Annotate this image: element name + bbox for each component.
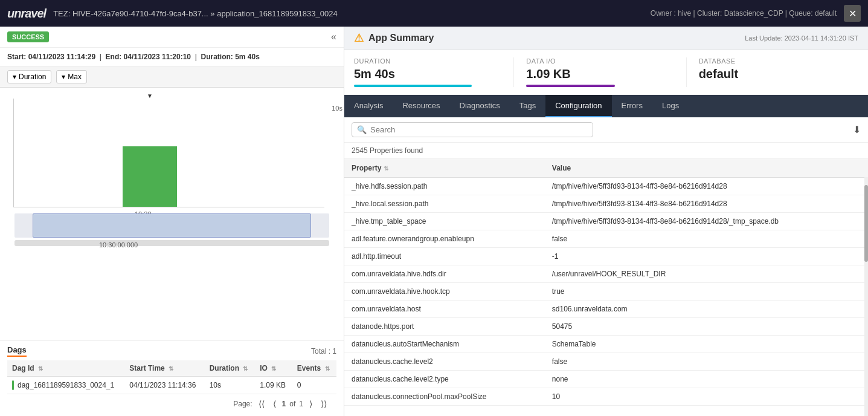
- last-page-button[interactable]: ⟩⟩: [318, 398, 329, 410]
- dags-header: Dags Total : 1: [7, 345, 336, 357]
- chart-y-label: 10s: [332, 105, 342, 112]
- tabs-row: AnalysisResourcesDiagnosticsTagsConfigur…: [344, 95, 868, 117]
- metric-label-2: DATABASE: [699, 57, 846, 65]
- logo: unravel: [7, 7, 46, 21]
- duration-controls: ▾ Duration ▾ Max: [0, 67, 344, 88]
- dag-io: 1.09 KB: [255, 377, 292, 394]
- page-label: Page:: [233, 400, 252, 408]
- list-item[interactable]: _hive.hdfs.session.path /tmp/hive/hive/5…: [344, 178, 868, 195]
- dag-indicator: [12, 380, 14, 390]
- list-item[interactable]: _hive.local.session.path /tmp/hive/hive/…: [344, 195, 868, 213]
- metric-card-2: DATABASE default: [699, 57, 858, 87]
- left-panel-header: SUCCESS «: [0, 27, 344, 48]
- metric-card-0: DURATION 5m 40s: [354, 57, 514, 87]
- list-item[interactable]: com.unraveldata.host sd106.unraveldata.c…: [344, 301, 868, 318]
- tab-errors[interactable]: Errors: [612, 95, 652, 117]
- total-pages: 1: [299, 400, 303, 408]
- col-dag-id: Dag Id ⇅: [7, 360, 124, 377]
- list-item[interactable]: adl.feature.ownerandgroup.enableupn fals…: [344, 230, 868, 248]
- metric-card-1: DATA I/O 1.09 KB: [526, 57, 686, 87]
- tab-configuration[interactable]: Configuration: [545, 95, 611, 117]
- prop-value-11: none: [545, 371, 868, 388]
- col-duration: Duration ⇅: [205, 360, 256, 377]
- prop-value-2: /tmp/hive/hive/5ff3fd93-8134-4ff3-8e84-b…: [545, 213, 868, 230]
- metric-value-2: default: [699, 67, 846, 81]
- metric-bar-0: [354, 85, 472, 87]
- chart-marker: ▼: [147, 93, 153, 99]
- prop-name-11: datanucleus.cache.level2.type: [344, 371, 545, 388]
- table-row[interactable]: dag_1681189591833_0024_1 04/11/2023 11:1…: [7, 377, 336, 394]
- current-page: 1: [282, 400, 286, 408]
- scrollbar-track: [864, 159, 868, 416]
- first-page-button[interactable]: ⟨⟨: [256, 398, 267, 410]
- right-panel: ⚠ App Summary Last Update: 2023-04-11 14…: [344, 27, 868, 416]
- tab-tags[interactable]: Tags: [510, 95, 545, 117]
- list-item[interactable]: datanucleus.connectionPool.maxPoolSize 1…: [344, 388, 868, 406]
- start-value: 04/11/2023 11:14:29: [28, 53, 95, 61]
- list-item[interactable]: datanucleus.autoStartMechanism SchemaTab…: [344, 336, 868, 353]
- next-page-button[interactable]: ⟩: [307, 398, 315, 410]
- search-icon: 🔍: [357, 125, 367, 134]
- search-container: 🔍: [352, 122, 593, 137]
- search-input[interactable]: [370, 125, 588, 134]
- tab-resources[interactable]: Resources: [393, 95, 449, 117]
- tab-logs[interactable]: Logs: [652, 95, 689, 117]
- chart-area: 10s ▼ 10:30 10:30:00.000: [0, 88, 344, 340]
- dags-section: Dags Total : 1 Dag Id ⇅ Start Time ⇅ Dur…: [0, 340, 344, 416]
- prop-name-9: datanucleus.autoStartMechanism: [344, 336, 545, 353]
- close-button[interactable]: ✕: [844, 5, 861, 22]
- metric-bar-1: [526, 85, 615, 87]
- list-item[interactable]: _hive.tmp_table_space /tmp/hive/hive/5ff…: [344, 213, 868, 230]
- scrollbar-thumb[interactable]: [864, 185, 868, 262]
- prop-value-5: /user/unravel/HOOK_RESULT_DIR: [545, 265, 868, 283]
- main-chart: 10s ▼ 10:30: [13, 99, 324, 207]
- prop-value-6: true: [545, 283, 868, 301]
- list-item[interactable]: adl.http.timeout -1: [344, 248, 868, 265]
- download-button[interactable]: ⬇: [853, 124, 861, 135]
- prop-value-0: /tmp/hive/hive/5ff3fd93-8134-4ff3-8e84-b…: [545, 178, 868, 195]
- dag-duration: 10s: [205, 377, 256, 394]
- left-panel: SUCCESS « Start: 04/11/2023 11:14:29 | E…: [0, 27, 344, 416]
- prop-value-10: false: [545, 353, 868, 371]
- last-update: Last Update: 2023-04-11 14:31:20 IST: [745, 34, 858, 42]
- list-item[interactable]: datanucleus.cache.level2.type none: [344, 371, 868, 388]
- tab-analysis[interactable]: Analysis: [344, 95, 393, 117]
- max-dropdown[interactable]: ▾ Max: [56, 70, 87, 83]
- props-count: 2545 Properties found: [344, 143, 868, 159]
- collapse-button[interactable]: «: [331, 31, 336, 42]
- end-value: 04/11/2023 11:20:10: [124, 53, 191, 61]
- search-bar-row: 🔍 ⬇: [344, 117, 868, 143]
- chevron-down-icon: ▾: [13, 73, 16, 81]
- chart-bar: [123, 146, 177, 207]
- prop-name-10: datanucleus.cache.level2: [344, 353, 545, 371]
- config-content: 🔍 ⬇ 2545 Properties found Property ⇅ Val…: [344, 117, 868, 416]
- prop-name-5: com.unraveldata.hive.hdfs.dir: [344, 265, 545, 283]
- prev-page-button[interactable]: ⟨: [271, 398, 278, 410]
- dags-table-container: Dag Id ⇅ Start Time ⇅ Duration ⇅ IO ⇅ Ev…: [7, 360, 336, 394]
- list-item[interactable]: com.unraveldata.hive.hook.tcp true: [344, 283, 868, 301]
- list-item[interactable]: datanode.https.port 50475: [344, 318, 868, 336]
- tab-diagnostics[interactable]: Diagnostics: [450, 95, 510, 117]
- duration-dropdown[interactable]: ▾ Duration: [7, 70, 51, 83]
- prop-value-9: SchemaTable: [545, 336, 868, 353]
- time-info: Start: 04/11/2023 11:14:29 | End: 04/11/…: [0, 48, 344, 67]
- prop-value-3: false: [545, 230, 868, 248]
- prop-value-1: /tmp/hive/hive/5ff3fd93-8134-4ff3-8e84-b…: [545, 195, 868, 213]
- dags-title: Dags: [7, 345, 27, 357]
- col-events: Events ⇅: [292, 360, 336, 377]
- status-badge: SUCCESS: [7, 31, 49, 42]
- list-item[interactable]: com.unraveldata.hive.hdfs.dir /user/unra…: [344, 265, 868, 283]
- mini-chart-scrollbar[interactable]: [14, 240, 329, 246]
- prop-name-0: _hive.hdfs.session.path: [344, 178, 545, 195]
- col-io: IO ⇅: [255, 360, 292, 377]
- prop-name-2: _hive.tmp_table_space: [344, 213, 545, 230]
- dag-start-time: 04/11/2023 11:14:36: [124, 377, 204, 394]
- dag-id-cell: dag_1681189591833_0024_1: [7, 377, 124, 394]
- list-item[interactable]: datanucleus.cache.level2 false: [344, 353, 868, 371]
- header-meta: Owner : hive | Cluster: Datascience_CDP …: [651, 9, 837, 18]
- max-control-label: Max: [68, 73, 82, 81]
- metric-label-0: DURATION: [354, 57, 501, 65]
- props-table-container[interactable]: Property ⇅ Value _hive.hdfs.session.path…: [344, 159, 868, 416]
- prop-value-7: sd106.unraveldata.com: [545, 301, 868, 318]
- prop-value-8: 50475: [545, 318, 868, 336]
